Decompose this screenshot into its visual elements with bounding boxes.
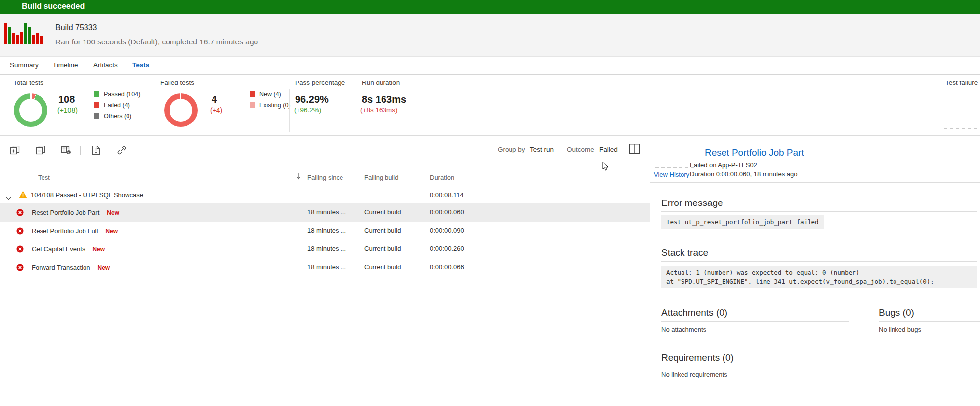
failing-build-cell: Current build: [364, 263, 401, 271]
test-name: Forward Transaction: [32, 264, 90, 271]
section-rule: [661, 321, 849, 322]
failed-tests-label: Failed tests: [160, 79, 194, 86]
test-run-name: 104/108 Passed - UTPLSQL Showcase: [31, 191, 143, 199]
group-by-dropdown[interactable]: Test run: [530, 146, 554, 153]
legend-item-passed: Passed (104): [94, 90, 140, 98]
new-badge: New: [107, 209, 119, 216]
outcome-dropdown[interactable]: Failed: [599, 146, 618, 153]
run-duration-value: 8s 163ms: [362, 94, 406, 105]
failing-since-cell: 18 minutes ...: [307, 263, 346, 271]
stats-separator: [151, 89, 151, 132]
tab-artifacts[interactable]: Artifacts: [93, 61, 118, 69]
section-rule: [661, 366, 977, 366]
failed-on-text: Failed on App-P-TFS02: [690, 162, 757, 169]
detail-test-title: Reset Portfolio Job Part: [705, 147, 804, 158]
column-header-test[interactable]: Test: [38, 174, 50, 181]
tab-summary[interactable]: Summary: [10, 61, 39, 69]
collapse-all-button[interactable]: [34, 143, 47, 157]
tab-tests[interactable]: Tests: [132, 61, 149, 69]
others-color-swatch: [94, 113, 99, 119]
requirements-heading: Requirements (0): [661, 352, 734, 363]
tab-bar: Summary Timeline Artifacts Tests: [0, 57, 980, 75]
chevron-down-icon[interactable]: [6, 193, 11, 202]
column-header-duration[interactable]: Duration: [430, 174, 454, 181]
new-badge: New: [92, 246, 105, 253]
copy-link-button[interactable]: [115, 143, 128, 157]
stack-trace-text: Actual: 1 (number) was expected to equal…: [661, 266, 977, 288]
table-row[interactable]: Get Capital EventsNew 18 minutes ... Cur…: [0, 240, 650, 258]
mouse-cursor: [602, 162, 609, 173]
stats-separator: [354, 89, 354, 132]
test-name: Get Capital Events: [32, 245, 85, 253]
pass-percentage-label: Pass percentage: [295, 79, 345, 86]
new-color-swatch: [250, 91, 255, 97]
test-failure-label: Test failure: [945, 79, 978, 86]
test-detail-panel: Reset Portfolio Job Part View History Fa…: [650, 136, 980, 406]
error-message-text: Test ut_p_reset_portfolio_job_part faile…: [661, 215, 824, 229]
legend-label: Passed (104): [104, 91, 140, 98]
table-row[interactable]: Reset Portfolio Job PartNew 18 minutes .…: [0, 203, 650, 222]
test-name: Reset Portfolio Job Full: [32, 227, 98, 235]
expand-all-button[interactable]: [8, 143, 22, 157]
pass-percentage-delta: (+96.2%): [294, 106, 321, 114]
table-row[interactable]: Reset Portfolio Job FullNew 18 minutes .…: [0, 222, 650, 240]
column-header-failing-since[interactable]: Failing since: [307, 174, 343, 181]
failing-build-cell: Current build: [364, 208, 401, 216]
section-rule: [879, 321, 980, 322]
attachments-heading: Attachments (0): [661, 307, 727, 318]
duration-cell: 0:00:00.066: [430, 263, 464, 271]
legend-label: New (4): [259, 91, 281, 98]
legend-item-new: New (4): [250, 90, 291, 98]
legend-label: Failed (4): [104, 102, 130, 109]
test-summary-charts: Total tests 108 (+108) Passed (104) Fail…: [0, 75, 980, 136]
no-linked-requirements-text: No linked requirements: [661, 371, 727, 378]
failed-tests-delta: (+4): [210, 106, 222, 114]
test-failure-trend-placeholder: [944, 128, 980, 129]
legend-item-others: Others (0): [94, 112, 140, 120]
column-header-failing-build[interactable]: Failing build: [364, 174, 398, 181]
total-tests-legend: Passed (104) Failed (4) Others (0): [94, 90, 140, 123]
legend-item-failed: Failed (4): [94, 101, 140, 109]
legend-label: Existing (0): [259, 102, 291, 109]
test-name: Reset Portfolio Job Part: [32, 209, 99, 216]
results-toolbar: Group by Test run Outcome Failed: [0, 139, 650, 162]
total-tests-delta: (+108): [57, 106, 78, 114]
tab-timeline[interactable]: Timeline: [53, 61, 78, 69]
view-history-link[interactable]: View History: [654, 171, 689, 178]
no-attachments-text: No attachments: [661, 326, 706, 333]
failed-tests-legend: New (4) Existing (0): [250, 90, 291, 112]
build-history-chart-icon: [4, 18, 43, 46]
details-pane-toggle-button[interactable]: [628, 142, 641, 156]
duration-cell: 0:00:00.260: [430, 245, 464, 252]
panel-divider: [650, 182, 980, 183]
column-options-button[interactable]: [59, 143, 73, 157]
total-tests-label: Total tests: [13, 79, 43, 86]
total-tests-donut-chart: [14, 93, 47, 127]
table-row[interactable]: Forward TransactionNew 18 minutes ... Cu…: [0, 258, 650, 277]
build-header: Build 75333 Ran for 100 seconds (Default…: [0, 14, 980, 57]
existing-color-swatch: [250, 102, 255, 108]
build-number: Build 75333: [55, 23, 97, 32]
stack-trace-heading: Stack trace: [661, 247, 708, 258]
test-run-info-button[interactable]: [89, 143, 103, 157]
pass-percentage-value: 96.29%: [295, 94, 329, 105]
failing-since-cell: 18 minutes ...: [307, 245, 346, 252]
failing-since-cell: 18 minutes ...: [307, 227, 346, 234]
legend-item-existing: Existing (0): [250, 101, 291, 109]
stats-separator: [918, 89, 918, 132]
stats-separator: [289, 89, 290, 132]
test-results-grid: Group by Test run Outcome Failed Test Fa…: [0, 136, 650, 406]
test-run-group-row[interactable]: 104/108 Passed - UTPLSQL Showcase 0:00:0…: [0, 187, 650, 203]
run-duration-label: Run duration: [362, 79, 400, 86]
group-by-label: Group by: [498, 146, 525, 153]
new-badge: New: [105, 228, 118, 235]
toolbar-separator: [80, 146, 81, 155]
failing-build-cell: Current build: [364, 245, 401, 252]
test-failed-icon: [16, 245, 24, 255]
duration-cell: 0:00:00.060: [430, 208, 464, 216]
bugs-heading: Bugs (0): [879, 307, 914, 318]
section-rule: [661, 261, 977, 262]
test-run-duration: 0:00:08.114: [430, 191, 464, 199]
failing-build-cell: Current build: [364, 227, 401, 234]
total-tests-value: 108: [58, 94, 75, 105]
